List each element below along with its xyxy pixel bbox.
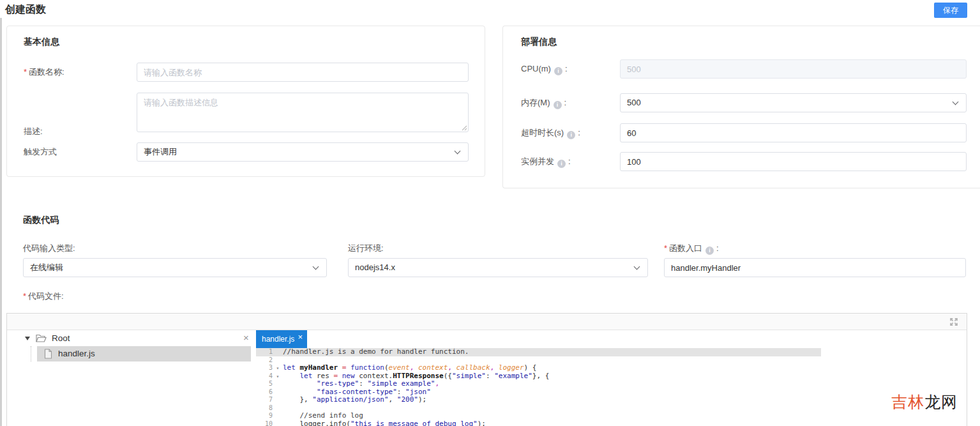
code-content[interactable]: 1//handler.js is a demo for handler func… bbox=[256, 348, 968, 426]
editor-main: handler.js × 1//handler.js is a demo for… bbox=[256, 330, 968, 426]
tree-guide-line bbox=[31, 346, 31, 361]
save-button[interactable]: 保存 bbox=[934, 3, 967, 18]
code-text: //handler.js is a demo for handler funct… bbox=[283, 347, 469, 356]
required-asterisk: * bbox=[24, 67, 27, 77]
tree-file-label: handler.js bbox=[58, 349, 95, 358]
deploy-info-title: 部署信息 bbox=[521, 36, 557, 48]
description-label: 描述: bbox=[24, 122, 43, 141]
caret-down-icon[interactable] bbox=[25, 337, 30, 340]
watermark: 吉林龙网 bbox=[891, 392, 958, 413]
function-code-title: 函数代码 bbox=[23, 215, 59, 226]
runtime-select-value: nodejs14.x bbox=[355, 262, 395, 272]
folder-open-icon bbox=[36, 333, 47, 343]
tab-close-icon[interactable]: × bbox=[298, 328, 303, 346]
info-icon[interactable]: i bbox=[554, 67, 562, 75]
code-input-type-value: 在线编辑 bbox=[30, 262, 63, 272]
line-number: 6 bbox=[256, 388, 273, 397]
page-title: 创建函数 bbox=[5, 3, 46, 17]
tree-close-icon[interactable]: × bbox=[243, 332, 249, 343]
basic-info-title: 基本信息 bbox=[24, 36, 59, 48]
handler-label: *函数入口i: bbox=[664, 243, 719, 255]
code-text: }, "application/json", "200"); bbox=[283, 395, 426, 404]
chevron-down-icon bbox=[313, 264, 319, 270]
basic-info-card: 基本信息 *函数名称: 描述: 触发方式 事件调用 bbox=[6, 26, 485, 177]
code-text: let res = new context.HTTPResponse({"sim… bbox=[283, 372, 549, 380]
timeout-input[interactable] bbox=[620, 123, 967, 142]
tree-root-label: Root bbox=[52, 333, 70, 343]
code-text: logger.info("this is message of debug lo… bbox=[283, 420, 486, 426]
trigger-select-value: 事件调用 bbox=[144, 147, 177, 156]
file-js-icon bbox=[44, 349, 52, 359]
code-file-label: *代码文件: bbox=[23, 291, 64, 302]
line-number: 10 bbox=[256, 420, 273, 426]
cpu-input bbox=[620, 59, 967, 79]
chevron-down-icon bbox=[634, 264, 640, 270]
chevron-down-icon bbox=[953, 99, 959, 105]
chevron-down-icon bbox=[455, 148, 461, 155]
description-textarea[interactable] bbox=[137, 93, 469, 132]
deploy-info-card: 部署信息 CPU(m)i: 内存(M)i: 500 超时时长(s)i: 实例并发… bbox=[502, 26, 980, 188]
line-number: 7 bbox=[256, 396, 273, 404]
line-number: 2 bbox=[256, 356, 273, 365]
create-function-page: 创建函数 保存 基本信息 *函数名称: 描述: 触发方式 事件调用 部署信息 C… bbox=[0, 0, 980, 426]
tree-root-row[interactable]: Root × bbox=[7, 331, 256, 346]
memory-select-value: 500 bbox=[627, 98, 641, 107]
trigger-label: 触发方式 bbox=[24, 142, 57, 162]
info-icon[interactable]: i bbox=[554, 101, 562, 109]
code-editor-panel: Root × handler.js handler.js × 1//ha bbox=[6, 313, 967, 426]
line-number: 1 bbox=[256, 348, 273, 356]
code-text: //send info log bbox=[283, 411, 363, 420]
line-number: 5 bbox=[256, 380, 273, 388]
code-line[interactable]: 10 logger.info("this is message of debug… bbox=[256, 420, 968, 426]
editor-tab-handlerjs[interactable]: handler.js × bbox=[256, 330, 307, 348]
editor-toolbar bbox=[7, 314, 967, 330]
memory-label: 内存(M)i: bbox=[521, 93, 566, 112]
editor-body: Root × handler.js handler.js × 1//ha bbox=[7, 330, 967, 426]
concurrency-input[interactable] bbox=[620, 152, 967, 171]
trigger-select[interactable]: 事件调用 bbox=[137, 142, 469, 162]
runtime-label: 运行环境: bbox=[348, 243, 384, 254]
code-input-type-select[interactable]: 在线编辑 bbox=[23, 258, 327, 277]
editor-tab-label: handler.js bbox=[262, 335, 294, 344]
code-line[interactable]: 7 }, "application/json", "200"); bbox=[256, 396, 968, 404]
function-name-input[interactable] bbox=[137, 63, 469, 82]
watermark-part1: 吉林 bbox=[891, 393, 924, 411]
line-number: 9 bbox=[256, 412, 273, 420]
line-number: 4 bbox=[256, 372, 273, 381]
file-tree: Root × handler.js bbox=[7, 330, 256, 426]
line-number: 3 bbox=[256, 364, 273, 372]
timeout-label: 超时时长(s)i: bbox=[521, 123, 580, 142]
watermark-part2: 龙网 bbox=[924, 393, 958, 411]
concurrency-label: 实例并发i: bbox=[521, 152, 571, 171]
code-text: let myHandler = function(event, context,… bbox=[283, 363, 536, 372]
runtime-select[interactable]: nodejs14.x bbox=[348, 258, 648, 277]
cpu-label: CPU(m)i: bbox=[521, 59, 568, 79]
code-line[interactable]: 1//handler.js is a demo for handler func… bbox=[256, 348, 968, 356]
tree-file-row[interactable]: handler.js bbox=[37, 346, 251, 361]
code-text: "faas-content-type": "json" bbox=[283, 388, 431, 396]
required-asterisk: * bbox=[23, 291, 26, 301]
line-number: 8 bbox=[256, 404, 273, 413]
info-icon[interactable]: i bbox=[567, 131, 575, 139]
required-asterisk: * bbox=[664, 243, 667, 253]
code-input-type-label: 代码输入类型: bbox=[23, 243, 75, 254]
function-name-label: *函数名称: bbox=[24, 63, 64, 82]
info-icon[interactable]: i bbox=[557, 160, 566, 168]
left-edge-strip bbox=[0, 18, 2, 426]
fullscreen-expand-icon[interactable] bbox=[949, 317, 959, 327]
memory-select[interactable]: 500 bbox=[620, 93, 967, 112]
handler-input[interactable] bbox=[664, 258, 966, 277]
code-text: "res-type": "simple example", bbox=[283, 379, 439, 388]
info-icon[interactable]: i bbox=[705, 247, 714, 255]
fold-caret-icon[interactable]: ▾ bbox=[273, 365, 283, 373]
